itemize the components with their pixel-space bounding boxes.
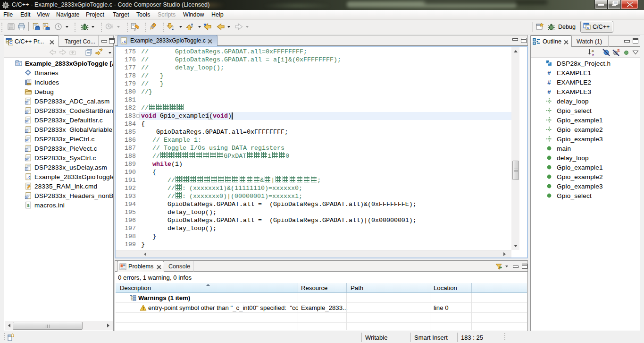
- svg-text:#: #: [547, 88, 551, 95]
- svg-text:C: C: [9, 40, 12, 45]
- svg-text:$: $: [27, 203, 30, 208]
- svg-text:#: #: [547, 79, 551, 86]
- svg-text:C: C: [17, 62, 20, 66]
- svg-text:c: c: [587, 26, 589, 30]
- svg-text:#: #: [547, 69, 551, 77]
- svg-text:z: z: [592, 52, 594, 57]
- svg-text:.c: .c: [26, 175, 31, 180]
- svg-text:.c: .c: [121, 40, 126, 44]
- svg-text:S: S: [617, 48, 620, 53]
